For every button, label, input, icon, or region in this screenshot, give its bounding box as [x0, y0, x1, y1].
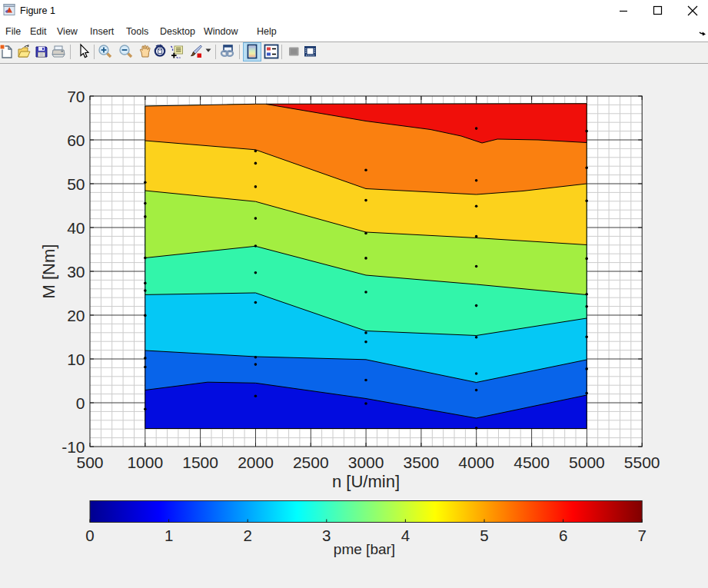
svg-text:1000: 1000 [127, 453, 163, 471]
svg-text:2500: 2500 [293, 453, 329, 471]
svg-text:20: 20 [67, 307, 85, 324]
svg-text:0: 0 [76, 394, 85, 412]
svg-text:5: 5 [480, 527, 488, 544]
svg-text:M [Nm]: M [Nm] [39, 244, 58, 299]
svg-text:6: 6 [559, 527, 567, 544]
svg-text:n [U/min]: n [U/min] [332, 472, 400, 491]
svg-text:60: 60 [67, 131, 85, 149]
svg-text:2: 2 [243, 527, 251, 544]
svg-text:7: 7 [637, 527, 646, 544]
svg-text:4500: 4500 [514, 453, 550, 471]
svg-text:1500: 1500 [182, 453, 218, 471]
svg-text:5500: 5500 [624, 453, 660, 471]
svg-text:1: 1 [165, 527, 173, 544]
svg-text:70: 70 [67, 88, 85, 105]
svg-text:3500: 3500 [404, 453, 440, 471]
svg-text:500: 500 [76, 453, 103, 471]
svg-text:3: 3 [322, 527, 331, 544]
svg-text:5000: 5000 [569, 453, 605, 471]
svg-text:50: 50 [67, 175, 85, 193]
svg-text:3000: 3000 [348, 453, 384, 471]
svg-text:30: 30 [67, 263, 85, 281]
svg-text:0: 0 [85, 527, 94, 544]
svg-text:40: 40 [67, 219, 85, 237]
svg-text:4: 4 [401, 527, 410, 544]
svg-text:10: 10 [67, 350, 85, 368]
svg-text:pme [bar]: pme [bar] [334, 541, 395, 557]
svg-text:4000: 4000 [458, 453, 494, 471]
svg-text:2000: 2000 [238, 453, 274, 471]
